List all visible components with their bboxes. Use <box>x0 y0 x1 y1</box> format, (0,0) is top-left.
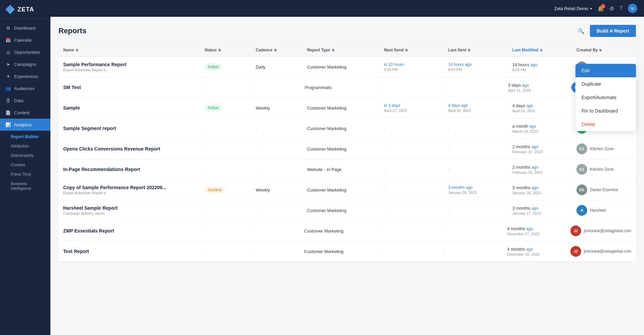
table-row[interactable]: In-Page Recommendations Report--Website … <box>58 159 636 180</box>
sidebar-item-analytics[interactable]: 📊 Analytics <box>0 119 50 131</box>
sidebar-item-business-intelligence[interactable]: Business Intelligence <box>0 179 50 193</box>
cell-last-sent: - <box>439 244 502 259</box>
report-name: Sample <box>63 105 195 111</box>
context-menu-item-pin-dashboard[interactable]: Pin to Dashboard <box>575 104 636 118</box>
table-row[interactable]: Harsheel Sample ReportCampaign delivery … <box>58 200 636 221</box>
cell-last-modified: a month agoMarch 14, 2023 <box>508 119 572 138</box>
cell-last-modified: 3 months agoJanuary 26, 2023 <box>508 180 572 200</box>
cell-created-by: KZKitchen Zone <box>572 159 636 179</box>
sidebar-item-opportunities[interactable]: ◎ Opportunities <box>0 46 50 58</box>
cell-next-send: in 10 hours6:54 PM <box>379 57 443 76</box>
th-last-sent[interactable]: Last Sent ⇅ <box>443 44 508 56</box>
cell-last-sent: 3 months agoJanuary 26, 2023 <box>443 180 508 199</box>
sidebar-item-deliverability[interactable]: Deliverability <box>0 151 50 160</box>
users-icon: 👥 <box>5 86 11 91</box>
report-name: ZMP Essentials Report <box>63 228 193 234</box>
cell-name: SM Test <box>58 80 198 95</box>
sidebar-nav: ⊞ Dashboard 📅 Calendar ◎ Opportunities ➤… <box>0 19 50 335</box>
th-name[interactable]: Name ⇅ <box>58 44 200 56</box>
cell-last-sent: - <box>440 80 503 95</box>
context-menu-item-delete[interactable]: Delete <box>575 118 636 131</box>
sort-icon-last-sent: ⇅ <box>468 48 470 52</box>
sidebar: ZETA ⊞ Dashboard 📅 Calendar ◎ Opportunit… <box>0 0 50 335</box>
sidebar-item-experiences[interactable]: ✦ Experiences <box>0 70 50 82</box>
sidebar-item-report-builder[interactable]: Report Builder <box>0 132 50 141</box>
cell-cadence: - <box>251 121 303 136</box>
cell-name: Sample Segment report <box>58 121 200 136</box>
cell-status: - <box>200 203 251 218</box>
table-row[interactable]: Sample Segment report--Customer Marketin… <box>58 118 636 139</box>
sidebar-item-content[interactable]: 📄 Content <box>0 107 50 119</box>
sidebar-item-prime-time[interactable]: Prime Time <box>0 170 50 179</box>
help-icon[interactable]: ? <box>619 5 622 11</box>
sort-icon-cadence: ⇅ <box>274 48 277 52</box>
report-name: Sample Performance Report <box>63 62 195 67</box>
cell-last-modified: 4 months agoDecember 30, 2022 <box>502 242 566 261</box>
header-actions: 🔍 Build A Report <box>576 25 636 37</box>
cell-report-type: Customer Marketing <box>299 244 375 259</box>
sidebar-item-attribution[interactable]: Attribution <box>0 141 50 151</box>
sidebar-label-data: Data <box>14 98 23 103</box>
creator-name: Kitchen Zone <box>590 167 614 172</box>
table-row[interactable]: SM Test--Programmatic--3 days agoApril 2… <box>58 77 636 98</box>
context-menu-item-edit[interactable]: Edit <box>575 64 636 77</box>
cell-cadence: - <box>249 244 299 259</box>
table-row[interactable]: SampleActiveWeeklyCustomer Marketingin 3… <box>58 98 636 118</box>
cell-status: - <box>200 142 251 156</box>
account-selector[interactable]: Zeta Retail Demo ▾ <box>554 6 592 11</box>
avatar: JZ <box>570 225 581 236</box>
user-avatar[interactable]: U <box>628 4 637 13</box>
cell-next-send: - <box>375 224 439 238</box>
sidebar-label-experiences: Experiences <box>14 74 38 79</box>
cell-status: - <box>200 121 251 136</box>
sidebar-item-dashboard[interactable]: ⊞ Dashboard <box>0 22 50 34</box>
sort-icon-report-type: ⇅ <box>332 48 334 52</box>
cell-name: Test Report <box>58 244 198 259</box>
star-icon: ✦ <box>5 74 11 79</box>
sort-icon-created-by: ⇅ <box>599 48 602 52</box>
creator-name: Harsheel <box>590 208 606 213</box>
th-cadence[interactable]: Cadence ⇅ <box>251 44 303 56</box>
sidebar-item-campaigns[interactable]: ➤ Campaigns <box>0 58 50 70</box>
sidebar-item-content[interactable]: Content <box>0 160 50 170</box>
sidebar-item-data[interactable]: 🗄 Data <box>0 94 50 107</box>
table-row[interactable]: Test Report--Customer Marketing--4 month… <box>58 241 636 262</box>
cell-report-type: Customer Marketing <box>302 60 379 74</box>
sidebar-label-calendar: Calendar <box>14 38 32 43</box>
sidebar-item-audiences[interactable]: 👥 Audiences <box>0 82 50 94</box>
notification-button[interactable]: 🔔 1 <box>597 5 604 12</box>
cell-cadence: - <box>251 203 303 218</box>
sidebar-label-analytics: Analytics <box>14 122 32 127</box>
sort-icon-name: ⇅ <box>76 48 78 52</box>
cell-next-send: - <box>379 203 443 218</box>
th-next-send[interactable]: Next Send ⇅ <box>379 44 443 56</box>
search-button[interactable]: 🔍 <box>576 27 586 36</box>
cell-report-type: Programmatic <box>300 80 376 95</box>
avatar: DE <box>576 184 587 195</box>
table-row[interactable]: Opens Clicks Conversions Revenue Report-… <box>58 139 636 159</box>
reports-table: Name ⇅ Status ⇅ Cadence ⇅ Report Type ⇅ … <box>58 44 636 262</box>
sidebar-item-calendar[interactable]: 📅 Calendar <box>0 34 50 46</box>
context-menu-item-export-automate[interactable]: Export/Automate <box>575 91 636 104</box>
cell-name: Harsheel Sample ReportCampaign delivery … <box>58 201 200 220</box>
page-title: Reports <box>58 27 86 35</box>
logo-text: ZETA <box>17 6 34 13</box>
build-report-button[interactable]: Build A Report <box>590 25 636 37</box>
th-last-modified[interactable]: Last Modified ⇅ <box>508 44 572 56</box>
context-menu-item-duplicate[interactable]: Duplicate <box>575 77 636 91</box>
chevron-down-icon: ▾ <box>590 7 592 10</box>
cell-last-sent: - <box>439 224 502 238</box>
table-row[interactable]: ZMP Essentials Report--Customer Marketin… <box>58 221 636 241</box>
report-name: Harsheel Sample Report <box>63 205 195 211</box>
th-report-type[interactable]: Report Type ⇅ <box>302 44 379 56</box>
cell-last-modified: 2 months agoFebruary 22, 2023 <box>508 139 572 159</box>
cell-report-type: Customer Marketing <box>299 224 375 238</box>
database-icon: 🗄 <box>5 98 11 103</box>
cell-last-modified: 14 hours ago6:54 PM <box>508 57 572 77</box>
th-status[interactable]: Status ⇅ <box>200 44 251 56</box>
table-row[interactable]: Sample Performance ReportExport Automate… <box>58 57 636 77</box>
settings-icon[interactable]: ⚙ <box>609 5 614 12</box>
th-created-by[interactable]: Created By ⇅ <box>572 44 636 56</box>
table-row[interactable]: Copy of Sample Performance Report 202209… <box>58 180 636 200</box>
cell-last-sent: 4 days agoApril 20, 2023 <box>443 98 508 117</box>
